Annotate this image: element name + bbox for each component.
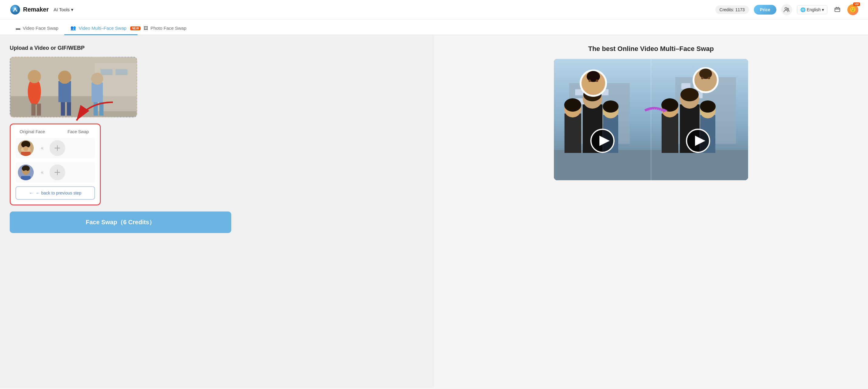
arrow-row-2: « (36, 170, 48, 175)
right-panel: The best Online Video Multi–Face Swap (434, 35, 868, 388)
svg-rect-18 (37, 103, 41, 116)
face-2-avatar-svg (18, 164, 34, 180)
upload-area[interactable] (10, 57, 137, 118)
svg-rect-28 (21, 152, 31, 156)
tab-video-multi-face-swap[interactable]: 👥 Video Multi–Face Swap NEW (64, 25, 137, 35)
main-content: Upload a Video or GIF/WEBP (0, 35, 868, 388)
svg-point-63 (680, 88, 699, 101)
price-button[interactable]: Price (754, 5, 776, 14)
face-1-avatar-svg (18, 140, 34, 156)
svg-rect-58 (662, 114, 678, 153)
header: Remaker AI Tools ▾ Credits: 1173 Price 🌐… (0, 0, 868, 20)
back-to-previous-step-button[interactable]: ← ← back to previous step (16, 186, 95, 200)
svg-rect-17 (31, 103, 35, 116)
original-face-header: Original Face (16, 129, 49, 134)
demo-scene-svg (554, 59, 748, 180)
chevron-down-icon-lang: ▾ (822, 7, 824, 12)
svg-point-27 (23, 146, 28, 151)
tab-video-face-swap[interactable]: ▬ Video Face Swap (10, 26, 64, 35)
bell-icon (834, 6, 841, 13)
notification-button[interactable] (832, 5, 842, 15)
svg-point-3 (787, 8, 789, 10)
svg-rect-8 (100, 69, 113, 75)
svg-point-14 (58, 71, 71, 84)
svg-rect-21 (93, 102, 98, 116)
user-group-button[interactable] (781, 4, 792, 15)
tab-photo-face-swap-label: Photo Face Swap (151, 26, 186, 31)
face-swap-header: Original Face Face Swap (16, 129, 95, 134)
face-swap-panel: Original Face Face Swap (10, 124, 101, 205)
svg-point-76 (708, 77, 710, 79)
svg-rect-33 (21, 176, 31, 180)
logo-text: Remaker (23, 6, 49, 13)
header-right: Credits: 1173 Price 🌐 English ▾ 🙂 VIP (715, 4, 858, 15)
upload-label: Upload a Video or GIF/WEBP (10, 45, 424, 51)
right-panel-title: The best Online Video Multi–Face Swap (588, 45, 714, 53)
language-button[interactable]: 🌐 English ▾ (797, 5, 827, 14)
language-label: English (807, 7, 820, 12)
svg-point-50 (564, 98, 581, 112)
video-face-swap-icon: ▬ (16, 26, 20, 31)
svg-point-70 (588, 79, 591, 82)
face-row-2: « (16, 162, 95, 183)
tab-video-multi-face-swap-label: Video Multi–Face Swap (79, 26, 126, 31)
face-swap-button[interactable]: Face Swap（6 Credits） (10, 212, 231, 233)
svg-rect-9 (116, 69, 128, 75)
ai-tools-label: AI Tools (54, 7, 70, 12)
couple-image-preview (10, 57, 136, 118)
svg-rect-12 (29, 83, 40, 98)
vip-badge: VIP (853, 2, 860, 6)
svg-point-1 (14, 8, 16, 9)
svg-point-2 (785, 7, 787, 9)
face-swap-col-header: Face Swap (61, 129, 95, 134)
demo-scene-bg (554, 59, 748, 180)
arrow-row-1: « (36, 145, 48, 151)
users-icon (784, 7, 790, 13)
globe-icon: 🌐 (800, 7, 805, 12)
demo-video-container (554, 59, 748, 180)
svg-point-56 (603, 100, 619, 112)
logo-icon (10, 4, 21, 15)
tab-photo-face-swap[interactable]: 🖼 Photo Face Swap (137, 26, 192, 35)
original-face-2[interactable] (18, 164, 34, 180)
plus-icon-1 (54, 145, 61, 152)
left-panel: Upload a Video or GIF/WEBP (0, 35, 434, 388)
svg-rect-48 (564, 114, 581, 153)
svg-point-75 (701, 77, 704, 79)
back-arrow-icon: ← (29, 191, 33, 195)
add-face-1-button[interactable] (50, 140, 65, 156)
svg-rect-20 (67, 102, 71, 116)
back-btn-label: ← back to previous step (36, 191, 81, 195)
original-face-1[interactable] (18, 140, 34, 156)
multi-face-icon: 👥 (70, 25, 76, 31)
svg-rect-4 (835, 8, 840, 11)
photo-icon: 🖼 (144, 26, 148, 31)
chevron-down-icon: ▾ (71, 7, 73, 12)
face-row-1: « (16, 138, 95, 158)
tabs-bar: ▬ Video Face Swap 👥 Video Multi–Face Swa… (0, 20, 868, 35)
svg-point-16 (91, 72, 103, 85)
svg-rect-15 (91, 83, 103, 102)
user-avatar[interactable]: 🙂 VIP (847, 4, 858, 15)
credits-badge: Credits: 1173 (715, 5, 749, 14)
upload-section: Upload a Video or GIF/WEBP (10, 45, 424, 118)
svg-point-66 (700, 100, 716, 112)
svg-point-32 (23, 170, 28, 175)
svg-rect-19 (61, 102, 65, 116)
svg-rect-22 (99, 102, 103, 116)
header-left: Remaker AI Tools ▾ (10, 4, 76, 15)
ai-tools-button[interactable]: AI Tools ▾ (51, 6, 76, 14)
add-face-2-button[interactable] (50, 164, 65, 180)
svg-rect-13 (58, 81, 71, 102)
tab-video-face-swap-label: Video Face Swap (23, 26, 58, 31)
plus-icon-2 (54, 169, 61, 176)
svg-point-74 (699, 69, 712, 79)
svg-point-11 (28, 70, 41, 84)
svg-point-71 (596, 79, 598, 82)
